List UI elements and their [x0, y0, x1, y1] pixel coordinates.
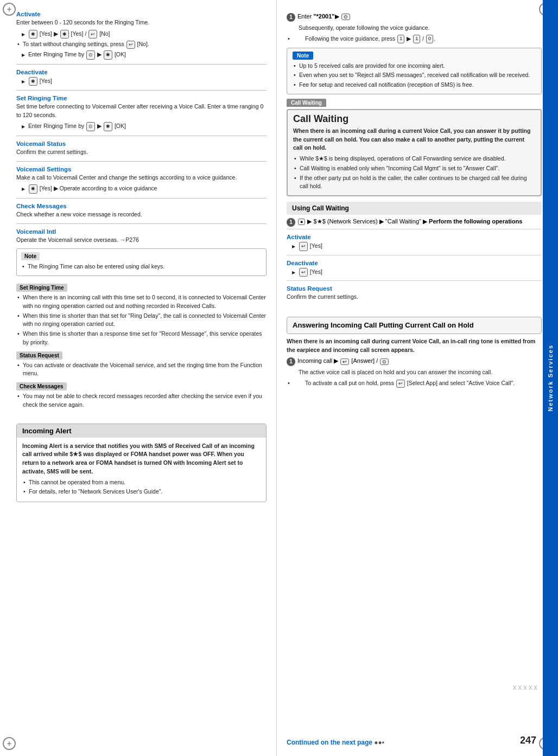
enter-step-text: Enter "*2001"▶ ⊙: [297, 13, 351, 20]
voicemail-status-body: Confirm the current settings.: [16, 148, 267, 157]
key-no2-icon: ↩: [126, 41, 135, 49]
right-column: 1 Enter "*2001"▶ ⊙ Subsequently, operate…: [277, 0, 558, 756]
corner-decoration-bl: [3, 737, 19, 753]
activate-title: Activate: [16, 11, 267, 17]
sub-label-status-request: Status Request: [16, 351, 62, 360]
activate-row-item: ↩ [Yes]: [287, 241, 542, 251]
call-waiting-banner-label: Call Waiting: [287, 99, 326, 107]
key-nav-icon: ⊙: [86, 50, 95, 59]
activate-bullet-1: To start without changing settings, pres…: [16, 40, 267, 49]
voicemail-intl-title: Voicemail Intl: [16, 228, 267, 235]
answering-box: Answering Incoming Call Putting Current …: [287, 317, 542, 334]
deactivate-section: Deactivate ✱ [Yes]: [16, 69, 267, 86]
check-messages-body: Check whether a new voice message is rec…: [16, 210, 267, 219]
left-column: Activate Enter between 0 - 120 seconds f…: [0, 0, 277, 756]
spacer: [16, 411, 267, 418]
key-ans-icon: ↩: [340, 358, 349, 365]
continued-label: Continued on the next page ●●•: [287, 739, 384, 746]
sub-status-bullet-1: You can activate or deactivate the Voice…: [16, 361, 267, 379]
ucw-step-content: ● ▶ $★$ (Network Services) ▶ "Call Waiti…: [297, 218, 542, 225]
activate-body: Enter between 0 - 120 seconds for the Ri…: [16, 18, 267, 27]
incoming-step-text: Incoming call ▶ ↩ [Answer] / ⊙: [297, 357, 389, 364]
cw-bullet-1: While $★$ is being displayed, operations…: [293, 155, 535, 163]
page-number: 247: [520, 735, 536, 746]
using-call-waiting-box: Using Call Waiting: [287, 202, 542, 215]
enter-step-line: 1 Enter "*2001"▶ ⊙: [287, 13, 542, 22]
ucw-step-line: 1 ● ▶ $★$ (Network Services) ▶ "Call Wai…: [287, 218, 542, 227]
note-right-item-3: Fee for setup and received call notifica…: [293, 81, 536, 89]
incoming-alert-body: Incoming Alert is a service that notifie…: [17, 438, 266, 502]
sub-set-ringing-time: Set Ringing Time When there is an incomi…: [16, 280, 267, 347]
incoming-alert-header: Incoming Alert: [17, 424, 266, 438]
answering-step-body: The active voice call is placed on hold …: [287, 368, 542, 377]
deactivate-arrow: ✱ [Yes]: [16, 76, 267, 86]
note-right-box: Note Up to 5 received calls are provided…: [287, 48, 542, 94]
voicemail-settings-body: Make a call to Voicemail Center and chan…: [16, 174, 267, 182]
voicemail-settings-arrow: ✱ [Yes] ▶ Operate according to a voice g…: [16, 184, 267, 193]
key-yes-icon: ✱: [29, 30, 37, 39]
incoming-alert-bullet-1: This cannot be operated from a menu.: [22, 478, 261, 487]
incoming-alert-bullet-2: For details, refer to "Network Services …: [22, 488, 261, 496]
voicemail-settings-section: Voicemail Settings Make a call to Voicem…: [16, 166, 267, 194]
key-1a-icon: 1: [397, 35, 404, 43]
deactivate-row-item: ↩ [Yes]: [287, 267, 542, 277]
key-deact2-icon: ↩: [299, 268, 308, 277]
deactivate-row: Deactivate ↩ [Yes]: [287, 255, 542, 280]
key-ans2-icon: ⊙: [380, 358, 389, 365]
voicemail-settings-title: Voicemail Settings: [16, 166, 267, 172]
key-yes2-icon: ✱: [60, 30, 69, 39]
cw-bullet-2: Call Waiting is enabled only when "Incom…: [293, 164, 535, 173]
right-sidebar-label: Network Services: [547, 344, 554, 412]
using-cw-header: Using Call Waiting: [292, 204, 349, 212]
key-deact-icon: ✱: [29, 77, 37, 86]
call-waiting-intro: When there is an incoming call during a …: [293, 127, 535, 152]
divider-4: [16, 161, 267, 162]
set-ringing-title: Set Ringing Time: [16, 95, 267, 101]
status-request-row: Status Request Confirm the current setti…: [287, 280, 542, 306]
call-waiting-title: Call Waiting: [293, 113, 535, 125]
key-1b-icon: 1: [413, 35, 420, 43]
sub-status-request: Status Request You can activate or deact…: [16, 348, 267, 379]
check-messages-section: Check Messages Check whether a new voice…: [16, 203, 267, 219]
divider-3: [16, 136, 267, 136]
activate-row: Activate ↩ [Yes]: [287, 229, 542, 254]
note-right-header: Note: [293, 52, 313, 60]
sub-check-bullet-1: You may not be able to check record mess…: [16, 392, 267, 409]
note-header: Note: [21, 252, 40, 260]
answering-bullet: To activate a call put on hold, press ↩ …: [287, 379, 542, 388]
enter-body: Subsequently, operate following the voic…: [287, 24, 542, 33]
activate-row-title: Activate: [287, 234, 542, 240]
deactivate-title: Deactivate: [16, 69, 267, 75]
voicemail-status-section: Voicemail Status Confirm the current set…: [16, 140, 267, 157]
check-messages-title: Check Messages: [16, 203, 267, 209]
status-request-body: Confirm the current settings.: [287, 293, 542, 302]
cw-bullet-3: If the other party put on hold is the ca…: [293, 174, 535, 191]
sub-ringing-bullet-2: When this time is shorter than that set …: [16, 312, 267, 329]
continued-text: Continued on the next page ●●•: [287, 739, 384, 746]
incoming-step-content: Incoming call ▶ ↩ [Answer] / ⊙: [297, 357, 542, 364]
answering-intro: When there is an incoming call during cu…: [287, 337, 542, 355]
status-request-title: Status Request: [287, 285, 542, 292]
set-ringing-arrow: Enter Ringing Time by ⊙ ▶ ✱ [OK]: [16, 121, 267, 131]
divider-1: [16, 64, 267, 65]
call-waiting-banner: Call Waiting: [287, 99, 542, 107]
answering-box-title: Answering Incoming Call Putting Current …: [293, 321, 536, 330]
sub-check-messages: Check Messages You may not be able to ch…: [16, 379, 267, 409]
incoming-alert-box: Incoming Alert Incoming Alert is a servi…: [16, 424, 267, 503]
sub-ringing-bullet-3: When this time is shorter than a respons…: [16, 330, 267, 347]
right-col-inner: 1 Enter "*2001"▶ ⊙ Subsequently, operate…: [287, 13, 542, 388]
step-1-num: 1: [287, 13, 295, 22]
ucw-step-num: 1: [287, 218, 295, 227]
set-ringing-body: Set time before connecting to Voicemail …: [16, 102, 267, 120]
key-enter-icon: ⊙: [341, 14, 350, 20]
key-ok-icon: ✱: [104, 50, 112, 59]
incoming-alert-intro: Incoming Alert is a service that notifie…: [22, 442, 261, 476]
key-0-icon: 0: [426, 35, 433, 43]
key-nav2-icon: ⊙: [86, 122, 95, 131]
divider-5: [16, 198, 267, 198]
divider-6: [16, 223, 267, 224]
voicemail-intl-section: Voicemail Intl Operate the Voicemail ser…: [16, 228, 267, 245]
set-ringing-time-section: Set Ringing Time Set time before connect…: [16, 95, 267, 131]
voicemail-intl-body: Operate the Voicemail service overseas. …: [16, 236, 267, 245]
note-item-1: The Ringing Time can also be entered usi…: [21, 262, 262, 271]
